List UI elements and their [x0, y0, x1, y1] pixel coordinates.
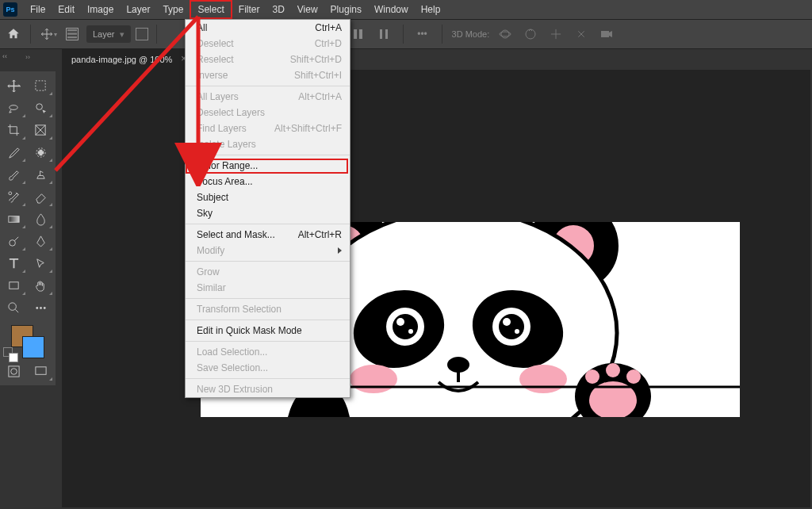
svg-point-23 — [40, 307, 42, 309]
3d-cam-icon[interactable] — [597, 25, 616, 44]
hand-tool[interactable] — [27, 274, 54, 297]
menu-image[interactable]: Image — [81, 0, 120, 19]
svg-rect-5 — [380, 29, 382, 39]
edit-toolbar[interactable] — [27, 297, 54, 319]
menu-edit[interactable]: Edit — [52, 0, 81, 19]
svg-rect-25 — [8, 365, 18, 376]
mode-label: 3D Mode: — [452, 29, 490, 39]
3d-orbit-icon[interactable] — [496, 25, 515, 44]
menuitem-deselect: DeselectCtrl+D — [186, 36, 350, 52]
menuitem-all[interactable]: AllCtrl+A — [186, 20, 350, 36]
layer-select-pill[interactable]: Layer▾ — [86, 25, 131, 43]
menu-type[interactable]: Type — [156, 0, 190, 19]
svg-point-19 — [9, 239, 15, 246]
menu-help[interactable]: Help — [415, 0, 447, 19]
align-icon-2[interactable] — [349, 25, 368, 44]
svg-point-38 — [499, 314, 524, 339]
svg-point-43 — [447, 357, 469, 373]
spot-heal-tool[interactable] — [27, 141, 54, 163]
eraser-tool[interactable] — [27, 186, 54, 208]
move-tool[interactable] — [0, 75, 27, 97]
svg-point-26 — [10, 368, 17, 374]
3d-pan-icon[interactable] — [546, 25, 565, 44]
home-icon[interactable] — [5, 25, 22, 43]
menu-filter[interactable]: Filter — [232, 0, 266, 19]
move-opt-icon[interactable]: ▾ — [39, 25, 58, 44]
menu-window[interactable]: Window — [368, 0, 415, 19]
menuitem-isolate-layers: Isolate Layers — [186, 136, 350, 152]
3d-slide-icon[interactable] — [572, 25, 591, 44]
menuitem-subject[interactable]: Subject — [186, 189, 350, 205]
select-menu-dropdown: AllCtrl+ADeselectCtrl+DReselectShift+Ctr… — [185, 19, 350, 398]
svg-point-12 — [36, 103, 42, 109]
svg-rect-18 — [8, 216, 18, 222]
menuitem-focus-area[interactable]: Focus Area... — [186, 174, 350, 189]
color-swatches[interactable] — [0, 323, 56, 360]
menubar: Ps FileEditImageLayerTypeSelectFilter3DV… — [0, 0, 812, 19]
pen-tool[interactable] — [27, 230, 54, 252]
menuitem-inverse: InverseShift+Ctrl+I — [186, 67, 350, 83]
menuitem-save-selection: Save Selection... — [186, 360, 350, 376]
svg-rect-10 — [601, 31, 609, 37]
menuitem-grow: Grow — [186, 264, 350, 280]
menu-3d[interactable]: 3D — [266, 0, 290, 19]
svg-point-41 — [503, 318, 511, 326]
brush-tool[interactable] — [0, 163, 27, 186]
frame-tool[interactable] — [27, 119, 54, 141]
menuitem-sky[interactable]: Sky — [186, 205, 350, 221]
auto-select-icon[interactable] — [63, 25, 82, 44]
svg-point-49 — [606, 363, 620, 377]
history-brush-tool[interactable] — [0, 186, 27, 208]
menu-layer[interactable]: Layer — [120, 0, 156, 19]
menuitem-reselect: ReselectShift+Ctrl+D — [186, 52, 350, 67]
rect-marquee-tool[interactable] — [27, 75, 54, 97]
document-tab[interactable]: panda-image.jpg @ 100% × — [62, 49, 191, 70]
quick-select-tool[interactable] — [27, 97, 54, 119]
expand-handle[interactable]: ›› — [0, 52, 56, 62]
type-tool[interactable] — [0, 252, 27, 274]
menu-file[interactable]: File — [24, 0, 52, 19]
zoom-tool[interactable] — [0, 297, 27, 319]
menuitem-edit-in-quick-mask-mode[interactable]: Edit in Quick Mask Mode — [186, 323, 350, 339]
menuitem-all-layers: All LayersAlt+Ctrl+A — [186, 89, 350, 105]
svg-point-44 — [350, 365, 397, 393]
screen-mode-icon[interactable] — [27, 360, 54, 382]
svg-rect-16 — [37, 151, 44, 154]
more-icon[interactable]: ••• — [413, 25, 432, 44]
clone-stamp-tool[interactable] — [27, 163, 54, 186]
svg-rect-4 — [359, 29, 362, 39]
svg-point-21 — [8, 302, 15, 309]
svg-point-48 — [585, 369, 599, 384]
menu-plugins[interactable]: Plugins — [324, 0, 368, 19]
svg-point-24 — [43, 307, 45, 309]
crop-tool[interactable] — [0, 119, 27, 141]
show-transform-checkbox[interactable] — [136, 28, 148, 40]
dodge-tool[interactable] — [0, 230, 27, 252]
lasso-tool[interactable] — [0, 97, 27, 119]
menu-view[interactable]: View — [291, 0, 324, 19]
stage — [62, 70, 810, 507]
app-logo: Ps — [3, 2, 17, 17]
path-select-tool[interactable] — [27, 252, 54, 274]
svg-point-40 — [408, 329, 413, 334]
menuitem-load-selection: Load Selection... — [186, 344, 350, 360]
blur-tool[interactable] — [27, 208, 54, 230]
eyedropper-tool[interactable] — [0, 141, 27, 163]
menu-select[interactable]: Select — [190, 0, 232, 19]
svg-point-22 — [36, 307, 38, 309]
svg-point-17 — [8, 191, 11, 194]
menuitem-color-range[interactable]: Color Range... — [186, 158, 350, 174]
svg-point-9 — [526, 29, 535, 39]
gradient-tool[interactable] — [0, 208, 27, 230]
menuitem-find-layers: Find LayersAlt+Shift+Ctrl+F — [186, 121, 350, 136]
svg-rect-27 — [35, 366, 45, 373]
svg-point-42 — [515, 329, 519, 334]
quick-mask-icon[interactable] — [0, 360, 27, 382]
3d-roll-icon[interactable] — [521, 25, 540, 44]
menuitem-select-and-mask[interactable]: Select and Mask...Alt+Ctrl+R — [186, 227, 350, 243]
align-icon-3[interactable] — [374, 25, 393, 44]
rectangle-tool[interactable] — [0, 274, 27, 297]
svg-rect-6 — [385, 29, 388, 39]
menuitem-similar: Similar — [186, 280, 350, 296]
background-swatch[interactable] — [22, 336, 44, 358]
